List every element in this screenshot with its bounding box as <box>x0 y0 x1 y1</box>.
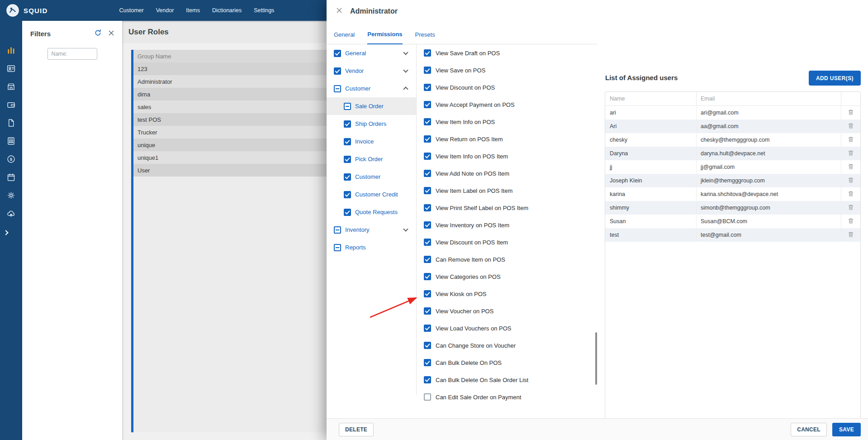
permission-checkbox[interactable] <box>424 118 431 125</box>
permission-view-discount-on-pos[interactable]: View Discount on POS <box>416 79 598 96</box>
sidebar-item-settings[interactable] <box>0 187 22 205</box>
delete-user-button[interactable] <box>846 162 855 172</box>
tree-node-vendor[interactable]: Vendor <box>327 62 416 80</box>
permission-view-voucher-on-pos[interactable]: View Voucher on POS <box>416 302 598 320</box>
table-row[interactable]: test POS <box>133 113 338 126</box>
chevron-up-icon[interactable] <box>403 86 408 91</box>
brand-area[interactable]: SQUID <box>0 4 48 17</box>
permission-checkbox[interactable] <box>424 204 431 211</box>
tree-node-checkbox[interactable] <box>334 244 341 251</box>
tree-node-invoice[interactable]: Invoice <box>327 133 416 150</box>
permission-checkbox[interactable] <box>424 239 431 246</box>
name-filter-input[interactable] <box>47 48 97 60</box>
sidebar-item-catalog[interactable] <box>0 133 22 151</box>
table-row[interactable]: User <box>133 164 338 177</box>
sidebar-expand-button[interactable] <box>2 227 9 238</box>
permission-view-return-on-pos-item[interactable]: View Return on POS Item <box>416 130 598 148</box>
tree-node-ship-orders[interactable]: Ship Orders <box>327 115 416 133</box>
sidebar-item-document[interactable] <box>0 115 22 133</box>
delete-user-button[interactable] <box>846 148 855 159</box>
permission-checkbox[interactable] <box>424 273 431 280</box>
sidebar-item-wallet[interactable] <box>0 96 22 115</box>
table-row[interactable]: 123 <box>133 62 338 75</box>
add-users-button[interactable]: ADD USER(S) <box>809 71 861 86</box>
permission-checkbox[interactable] <box>424 376 431 383</box>
delete-user-button[interactable] <box>846 135 855 145</box>
permission-checkbox[interactable] <box>424 307 431 315</box>
tree-node-general[interactable]: General <box>327 44 416 62</box>
table-row[interactable]: unique1 <box>133 151 338 164</box>
tree-node-checkbox[interactable] <box>344 191 351 198</box>
tab-presets[interactable]: Presets <box>415 31 435 44</box>
permission-view-inventory-on-pos-item[interactable]: View Inventory on POS Item <box>416 216 598 234</box>
tree-node-quote-requests[interactable]: Quote Requests <box>327 203 416 221</box>
table-row[interactable]: sales <box>133 100 338 113</box>
permission-checkbox[interactable] <box>424 342 431 349</box>
permission-checkbox[interactable] <box>424 135 431 143</box>
tree-node-inventory[interactable]: Inventory <box>327 221 416 239</box>
nav-item-dictionaries[interactable]: Dictionaries <box>212 7 242 14</box>
permission-view-print-shelf-label-on-pos-item[interactable]: View Print Shelf Label on POS Item <box>416 199 598 216</box>
permission-checkbox[interactable] <box>424 393 431 401</box>
sidebar-item-contacts[interactable] <box>0 60 22 78</box>
permission-checkbox[interactable] <box>424 187 431 194</box>
chevron-down-icon[interactable] <box>403 67 408 72</box>
delete-user-button[interactable] <box>846 121 855 132</box>
delete-user-button[interactable] <box>846 216 855 227</box>
permission-view-add-note-on-pos-item[interactable]: View Add Note on POS Item <box>416 165 598 182</box>
nav-item-items[interactable]: Items <box>186 7 200 14</box>
permission-checkbox[interactable] <box>424 290 431 297</box>
permission-view-load-vouchers-on-pos[interactable]: View Load Vouchers on POS <box>416 320 598 337</box>
tree-node-checkbox[interactable] <box>334 67 341 75</box>
table-row[interactable]: Trucker <box>133 126 338 139</box>
tree-node-checkbox[interactable] <box>344 138 351 145</box>
delete-user-button[interactable] <box>846 189 855 200</box>
permission-view-item-info-on-pos[interactable]: View Item Info on POS <box>416 113 598 130</box>
permission-view-item-label-on-pos-item[interactable]: View Item Label on POS Item <box>416 182 598 199</box>
permission-checkbox[interactable] <box>424 101 431 108</box>
tree-node-checkbox[interactable] <box>344 173 351 181</box>
delete-user-button[interactable] <box>846 108 855 118</box>
sidebar-item-calendar[interactable] <box>0 169 22 187</box>
permission-can-bulk-delete-on-sale-order-list[interactable]: Can Bulk Delete On Sale Order List <box>416 371 598 388</box>
permission-view-save-draft-on-pos[interactable]: View Save Draft on POS <box>416 44 598 62</box>
permission-checkbox[interactable] <box>424 67 431 74</box>
chevron-down-icon[interactable] <box>403 226 408 231</box>
delete-user-button[interactable] <box>846 230 855 240</box>
delete-user-button[interactable] <box>846 176 855 186</box>
permission-view-kiosk-on-pos[interactable]: View Kiosk on POS <box>416 285 598 302</box>
tree-node-checkbox[interactable] <box>344 103 351 110</box>
close-filters-button[interactable] <box>107 29 115 38</box>
permission-can-bulk-delete-on-pos[interactable]: Can Bulk Delete On POS <box>416 354 598 371</box>
tree-node-checkbox[interactable] <box>344 156 351 163</box>
sidebar-item-store[interactable] <box>0 78 22 96</box>
tree-node-pick-order[interactable]: Pick Order <box>327 150 416 168</box>
table-row[interactable]: Administrator <box>133 75 338 88</box>
permission-checkbox[interactable] <box>424 221 431 229</box>
save-button[interactable]: SAVE <box>832 423 861 436</box>
cancel-button[interactable]: CANCEL <box>791 423 827 436</box>
tree-node-reports[interactable]: Reports <box>327 239 416 256</box>
delete-user-button[interactable] <box>846 203 855 213</box>
permission-checkbox[interactable] <box>424 84 431 91</box>
permission-view-item-info-on-pos-item[interactable]: View Item Info on POS Item <box>416 148 598 165</box>
tab-general[interactable]: General <box>334 31 355 44</box>
sidebar-item-payments[interactable]: $ <box>0 151 22 169</box>
permission-checkbox[interactable] <box>424 153 431 160</box>
delete-button[interactable]: DELETE <box>339 423 374 436</box>
nav-item-vendor[interactable]: Vendor <box>156 7 174 14</box>
tree-node-customer[interactable]: Customer <box>327 168 416 186</box>
refresh-button[interactable] <box>94 29 102 38</box>
nav-item-customer[interactable]: Customer <box>119 7 144 14</box>
tree-node-customer[interactable]: Customer <box>327 80 416 97</box>
tree-node-checkbox[interactable] <box>334 50 341 57</box>
sidebar-item-cloud-upload[interactable] <box>0 205 22 223</box>
table-row[interactable]: unique <box>133 139 338 151</box>
permission-view-accept-payment-on-pos[interactable]: View Accept Payment on POS <box>416 96 598 113</box>
table-row[interactable]: dima <box>133 88 338 100</box>
permission-checkbox[interactable] <box>424 170 431 177</box>
tree-node-checkbox[interactable] <box>344 209 351 216</box>
permission-view-categories-on-pos[interactable]: View Categories on POS <box>416 268 598 285</box>
tree-node-sale-order[interactable]: Sale Order <box>327 97 416 115</box>
tree-node-customer-credit[interactable]: Customer Credit <box>327 186 416 203</box>
